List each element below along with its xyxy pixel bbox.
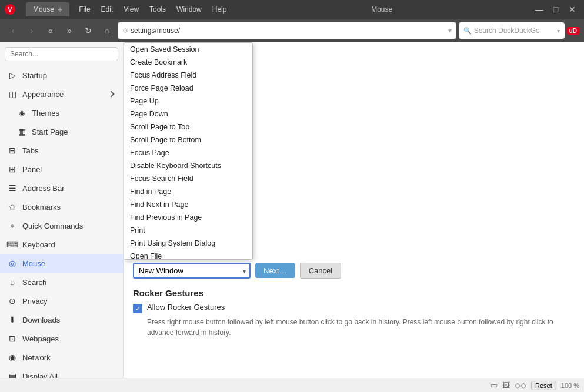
- address-bar[interactable]: ⚙ settings/mouse/ ▾: [118, 22, 456, 39]
- sidebar-item-keyboard[interactable]: ⌨ Keyboard: [0, 235, 123, 254]
- sidebar-item-search[interactable]: ⌕ Search: [0, 273, 123, 292]
- dropdown-item-find-in-page[interactable]: Find in Page: [124, 185, 252, 198]
- command-select-wrapper: New Window ▾: [133, 263, 251, 279]
- cancel-button[interactable]: Cancel: [300, 263, 341, 279]
- sidebar-item-downloads[interactable]: ⬇ Downloads: [0, 310, 123, 329]
- display-all-icon: ▤: [7, 371, 18, 378]
- dropdown-item-scroll-top[interactable]: Scroll Page to Top: [124, 120, 252, 133]
- dropdown-item-find-next[interactable]: Find Next in Page: [124, 198, 252, 211]
- back-button[interactable]: ‹: [5, 22, 21, 39]
- dropdown-item-focus-page[interactable]: Focus Page: [124, 146, 252, 159]
- sidebar-item-network[interactable]: ◉ Network: [0, 348, 123, 367]
- search-icon: 🔍: [463, 27, 472, 35]
- start-page-icon: ▦: [16, 126, 27, 137]
- search-bar[interactable]: 🔍 Search DuckDuckGo ▾: [459, 22, 565, 39]
- menu-window[interactable]: Window: [172, 4, 206, 15]
- sidebar-label-appearance: Appearance: [22, 90, 64, 99]
- check-icon: ✓: [135, 305, 141, 313]
- tabs-icon: ⊟: [7, 145, 18, 156]
- command-select[interactable]: New Window: [133, 263, 251, 279]
- dropdown-item-page-down[interactable]: Page Down: [124, 108, 252, 120]
- menu-tools[interactable]: Tools: [145, 4, 171, 15]
- rewind-button[interactable]: «: [42, 22, 59, 39]
- sidebar-item-appearance[interactable]: ◫ Appearance: [0, 85, 123, 103]
- sidebar-item-panel[interactable]: ⊞ Panel: [0, 160, 123, 179]
- menu-file[interactable]: File: [74, 4, 95, 15]
- dropdown-item-print-system[interactable]: Print Using System Dialog: [124, 237, 252, 250]
- sidebar-label-themes: Themes: [32, 109, 59, 118]
- dropdown-item-focus-address[interactable]: Focus Address Field: [124, 69, 252, 82]
- sidebar-item-bookmarks[interactable]: ✩ Bookmarks: [0, 197, 123, 216]
- menu-edit[interactable]: Edit: [96, 4, 118, 15]
- sidebar-item-start-page[interactable]: ▦ Start Page: [0, 122, 123, 141]
- sidebar-search-input[interactable]: [5, 47, 118, 61]
- keyboard-icon: ⌨: [7, 239, 18, 250]
- browser-tab[interactable]: Mouse +: [26, 2, 69, 16]
- dropdown-item-open-saved-session[interactable]: Open Saved Session: [124, 43, 252, 56]
- close-button[interactable]: ✕: [565, 4, 579, 15]
- sidebar-search-container: [0, 42, 123, 66]
- sidebar-item-privacy[interactable]: ⊙ Privacy: [0, 292, 123, 310]
- action-row: New Window ▾ Next… Cancel: [133, 263, 575, 279]
- sidebar-item-address-bar[interactable]: ☰ Address Bar: [0, 179, 123, 197]
- network-icon: ◉: [7, 352, 18, 363]
- search-settings-icon: ⌕: [7, 277, 18, 287]
- sidebar-item-display-all[interactable]: ▤ Display All: [0, 367, 123, 378]
- code-icon[interactable]: ◇◇: [515, 381, 526, 390]
- address-text: settings/mouse/: [131, 26, 446, 35]
- sidebar-item-quick-commands[interactable]: ⌖ Quick Commands: [0, 216, 123, 235]
- rocker-gestures-title: Rocker Gestures: [133, 288, 575, 298]
- allow-rocker-checkbox[interactable]: ✓: [133, 304, 142, 313]
- fastforward-button[interactable]: »: [61, 22, 78, 39]
- dropdown-item-print[interactable]: Print: [124, 224, 252, 237]
- statusbar: ▭ 🖼 ◇◇ Reset 100 %: [0, 378, 584, 392]
- window-icon[interactable]: ▭: [490, 381, 498, 390]
- sidebar-label-network: Network: [22, 353, 51, 362]
- vivaldi-logo: V: [5, 4, 15, 15]
- sidebar-label-startup: Startup: [22, 71, 47, 80]
- content-area: Open Saved Session Create Bookmark Focus…: [124, 42, 584, 378]
- menu-view[interactable]: View: [119, 4, 144, 15]
- sidebar-label-bookmarks: Bookmarks: [22, 203, 61, 212]
- main-layout: ▷ Startup ◫ Appearance ◈ Themes ▦ Start …: [0, 42, 584, 378]
- home-button[interactable]: ⌂: [99, 22, 115, 39]
- forward-button[interactable]: ›: [24, 22, 40, 39]
- sidebar-item-mouse[interactable]: ◎ Mouse: [0, 254, 123, 273]
- command-dropdown[interactable]: Open Saved Session Create Bookmark Focus…: [124, 42, 253, 260]
- dropdown-item-force-reload[interactable]: Force Page Reload: [124, 82, 252, 95]
- dropdown-item-scroll-bottom[interactable]: Scroll Page to Bottom: [124, 133, 252, 146]
- sidebar-item-startup[interactable]: ▷ Startup: [0, 66, 123, 85]
- ublock-badge[interactable]: uD: [567, 27, 579, 35]
- sidebar-label-tabs: Tabs: [22, 146, 38, 155]
- sidebar-label-panel: Panel: [22, 165, 42, 174]
- appearance-icon: ◫: [7, 89, 18, 99]
- image-icon[interactable]: 🖼: [502, 381, 510, 390]
- minimize-button[interactable]: —: [532, 4, 546, 15]
- address-dropdown-arrow[interactable]: ▾: [448, 26, 452, 35]
- sidebar-item-tabs[interactable]: ⊟ Tabs: [0, 141, 123, 160]
- dropdown-item-create-bookmark[interactable]: Create Bookmark: [124, 56, 252, 69]
- webpages-icon: ⊡: [7, 333, 18, 344]
- window-controls: — □ ✕: [532, 4, 579, 15]
- sidebar-item-themes[interactable]: ◈ Themes: [0, 103, 123, 122]
- search-placeholder: Search DuckDuckGo: [474, 26, 540, 35]
- sidebar-label-quick-commands: Quick Commands: [22, 222, 83, 230]
- dropdown-item-open-file[interactable]: Open File: [124, 250, 252, 260]
- bookmarks-icon: ✩: [7, 202, 18, 212]
- reset-button[interactable]: Reset: [531, 381, 556, 390]
- search-dropdown-arrow[interactable]: ▾: [557, 28, 560, 34]
- dropdown-item-page-up[interactable]: Page Up: [124, 95, 252, 108]
- reload-button[interactable]: ↻: [80, 22, 96, 39]
- dropdown-item-disable-shortcuts[interactable]: Disable Keyboard Shortcuts: [124, 159, 252, 172]
- allow-rocker-label: Allow Rocker Gestures: [147, 303, 225, 311]
- menu-bar: File Edit View Tools Window Help: [74, 4, 231, 15]
- next-button[interactable]: Next…: [255, 263, 295, 278]
- dropdown-item-focus-search[interactable]: Focus Search Field: [124, 172, 252, 185]
- maximize-button[interactable]: □: [549, 4, 563, 15]
- dropdown-item-find-previous[interactable]: Find Previous in Page: [124, 211, 252, 224]
- tab-add-icon[interactable]: +: [58, 5, 62, 14]
- sidebar-item-webpages[interactable]: ⊡ Webpages: [0, 329, 123, 348]
- menu-help[interactable]: Help: [208, 4, 232, 15]
- titlebar: V Mouse + File Edit View Tools Window He…: [0, 0, 584, 19]
- statusbar-right: ▭ 🖼 ◇◇ Reset 100 %: [490, 381, 579, 390]
